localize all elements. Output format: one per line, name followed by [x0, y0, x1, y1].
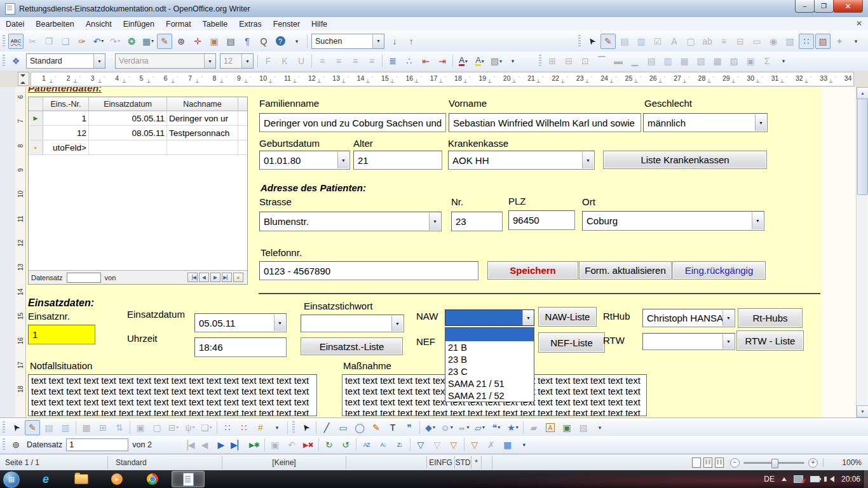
liste-krankenkassen-button[interactable]: Liste Krankenkassen: [603, 151, 767, 169]
network-status-icon[interactable]: [794, 475, 803, 483]
plz-input[interactable]: 96450: [508, 210, 575, 230]
show-desktop-button[interactable]: [863, 470, 868, 488]
grid-row-selector[interactable]: [29, 126, 43, 140]
form-aktualisieren-button[interactable]: Form. aktualisieren: [579, 261, 672, 280]
callouts-icon[interactable]: ❞: [402, 420, 417, 435]
display-grid-icon[interactable]: ∷: [220, 420, 235, 435]
toolbar-more-icon[interactable]: ▾: [848, 34, 864, 49]
find-replace-icon[interactable]: ⊚: [173, 34, 189, 49]
search-combobox[interactable]: Suchen ▼: [311, 34, 384, 49]
hyperlink-icon[interactable]: ❂: [124, 34, 139, 49]
vorname-input[interactable]: Sebastian Winfried Wilhelm Karl und sowi…: [449, 113, 641, 132]
insert-table-icon[interactable]: ▦▾: [140, 34, 156, 49]
grid-column-header[interactable]: Eins.-Nr.: [43, 97, 89, 111]
draw-functions-icon[interactable]: ✎: [157, 34, 172, 49]
maximize-button[interactable]: ❐: [814, 0, 834, 13]
gallery-icon[interactable]: ▣: [207, 34, 222, 49]
formatting-marks-icon[interactable]: ¶: [240, 34, 255, 49]
grid-cell[interactable]: Testpersonnach: [167, 126, 238, 140]
fontwork-icon[interactable]: A: [543, 420, 558, 435]
last-record-icon[interactable]: ▶▏: [230, 437, 245, 452]
grid-record-input[interactable]: [67, 273, 101, 283]
chevron-down-icon[interactable]: ▼: [372, 34, 384, 48]
menu-item-fenster[interactable]: Fenster: [268, 18, 306, 30]
zoom-icon[interactable]: Q: [256, 34, 271, 49]
find-previous-icon[interactable]: ↑: [403, 34, 419, 49]
start-button[interactable]: ⊞: [3, 471, 20, 488]
familienname-input[interactable]: Deringer von und zu Coburg Sachsen und: [259, 113, 446, 132]
callout-shapes-icon[interactable]: ❝▾: [489, 420, 504, 435]
notfallsituation-textarea[interactable]: text text text text text text text text …: [28, 374, 317, 416]
sort-icon[interactable]: AZ: [359, 437, 374, 452]
bullets-icon[interactable]: ∴: [402, 53, 417, 69]
increase-indent-icon[interactable]: ⇥: [435, 53, 450, 69]
grid-next-record-icon[interactable]: ▶: [210, 273, 220, 282]
filter-navigation-icon[interactable]: ▽: [467, 437, 482, 452]
find-record-icon[interactable]: ⊚: [8, 437, 24, 452]
clock[interactable]: 20:06: [841, 475, 860, 484]
chevron-down-icon[interactable]: ▼: [429, 213, 440, 230]
single-page-view-icon[interactable]: [692, 458, 701, 468]
tray-expand-icon[interactable]: [782, 477, 787, 481]
menu-item-format[interactable]: Format: [160, 18, 197, 30]
basic-shapes-icon[interactable]: ◆▾: [423, 420, 438, 435]
table-row[interactable]: 1208.05.11Testpersonnach: [29, 126, 247, 140]
einsatzstichwort-select[interactable]: ▼: [301, 315, 404, 332]
grid-column-header[interactable]: Nachname: [167, 97, 238, 111]
from-file-icon[interactable]: ▣: [559, 420, 574, 435]
naw-option[interactable]: 21 B: [445, 341, 534, 353]
rtw-select[interactable]: ▼: [642, 333, 735, 350]
alter-input[interactable]: 21: [353, 151, 442, 170]
chevron-down-icon[interactable]: ▼: [337, 152, 349, 168]
grid-cell[interactable]: 12: [43, 126, 89, 140]
select-icon[interactable]: ➤: [8, 420, 24, 435]
grid-new-record-icon[interactable]: ●: [233, 273, 243, 282]
grid-corner[interactable]: [29, 97, 43, 111]
minimize-button[interactable]: –: [795, 0, 815, 13]
chevron-down-icon[interactable]: ▼: [722, 310, 734, 326]
data-sources-icon[interactable]: ▤: [223, 34, 238, 49]
grid-first-record-icon[interactable]: ▕◀: [187, 273, 198, 282]
font-color-icon[interactable]: A▾: [456, 53, 471, 69]
form-based-filter-icon[interactable]: ▽: [446, 437, 461, 452]
scroll-down-icon[interactable]: ▼: [857, 405, 868, 417]
tab-type-selector[interactable]: [18, 72, 29, 86]
grid-cell[interactable]: Deringer von ur: [167, 111, 238, 125]
zoom-percentage[interactable]: 100%: [823, 458, 862, 467]
new-record-icon[interactable]: ▶✱: [247, 437, 262, 452]
krankenkasse-select[interactable]: AOK HH▼: [448, 151, 595, 170]
navigator-icon[interactable]: ✛: [190, 34, 205, 49]
stars-icon[interactable]: ★▾: [505, 420, 520, 435]
vertical-scrollbar[interactable]: ▲ ▼: [856, 87, 867, 417]
toolbar-more-icon[interactable]: ▾: [592, 420, 607, 435]
book-view-icon[interactable]: [715, 458, 724, 468]
volume-icon[interactable]: [827, 476, 834, 482]
next-record-icon[interactable]: ▶: [214, 437, 229, 452]
taskbar-item-writer-active[interactable]: [172, 471, 205, 487]
telefon-input[interactable]: 0123 - 4567890: [259, 261, 478, 280]
multi-page-view-icon[interactable]: [703, 458, 712, 468]
text-icon[interactable]: T: [385, 420, 400, 435]
zoom-thumb[interactable]: [771, 459, 778, 468]
sort-ascending-icon[interactable]: A↓: [376, 437, 391, 452]
rectangle-icon[interactable]: ▭: [336, 420, 351, 435]
chevron-down-icon[interactable]: ▼: [522, 310, 534, 325]
record-number-input[interactable]: [66, 438, 128, 451]
status-page[interactable]: Seite 1 / 1: [0, 456, 108, 469]
toolbar-handle[interactable]: [3, 438, 5, 451]
form-design-icon[interactable]: ▨: [815, 34, 831, 49]
taskbar-item-media-player[interactable]: ▸: [100, 471, 133, 487]
grid-cell[interactable]: 05.05.11: [89, 111, 167, 125]
toolbar-more-icon[interactable]: ▾: [289, 34, 304, 49]
styles-window-icon[interactable]: ❖: [8, 53, 24, 69]
toolbar-handle[interactable]: [578, 35, 581, 48]
grid-previous-record-icon[interactable]: ◀: [199, 273, 209, 282]
line-icon[interactable]: ╱: [319, 420, 334, 435]
menu-item-hilfe[interactable]: Hilfe: [306, 18, 333, 30]
speichern-button[interactable]: Speichern: [487, 261, 578, 280]
grid-cell[interactable]: 08.05.11: [89, 126, 167, 140]
naw-option[interactable]: 23 C: [445, 365, 534, 377]
title-bar[interactable]: Rettungsdienst-Einsatzdokumentation.odt …: [0, 0, 868, 18]
toolbar-handle[interactable]: [3, 55, 5, 67]
table-row[interactable]: ●utoFeld>: [29, 140, 247, 155]
